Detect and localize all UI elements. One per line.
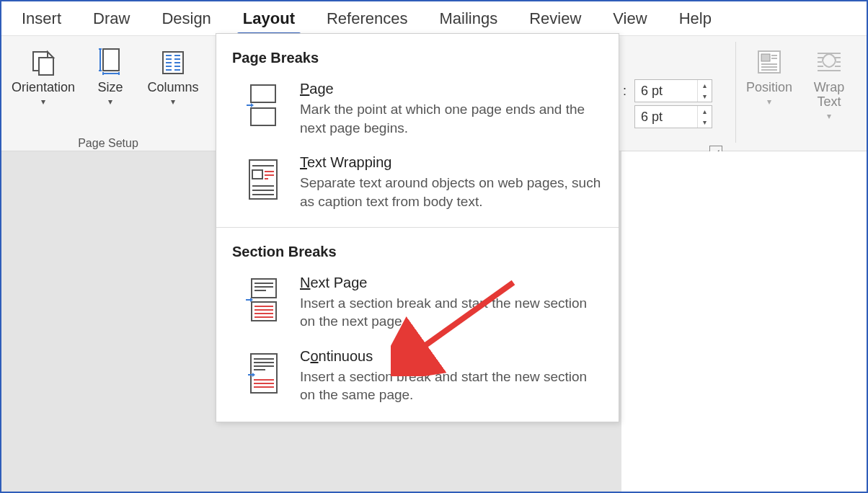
dropdown-section-page-breaks: Page Breaks bbox=[216, 34, 619, 74]
spacing-before-input[interactable] bbox=[635, 80, 697, 102]
chevron-down-icon: ▾ bbox=[827, 111, 831, 121]
page-break-icon bbox=[242, 81, 284, 137]
document-page[interactable] bbox=[621, 151, 867, 492]
wrap-text-label: Wrap Text bbox=[814, 81, 845, 110]
break-option-title: Next Page bbox=[300, 275, 603, 291]
svg-rect-3 bbox=[103, 49, 119, 71]
break-option-title: Continuous bbox=[300, 348, 603, 365]
svg-rect-53 bbox=[252, 302, 276, 321]
chevron-down-icon: ▾ bbox=[108, 97, 112, 107]
break-option-desc: Insert a section break and start the new… bbox=[300, 294, 603, 331]
continuous-break-icon bbox=[242, 348, 284, 404]
break-option-continuous[interactable]: Continuous Insert a section break and st… bbox=[216, 341, 619, 414]
break-option-desc: Separate text around objects on web page… bbox=[300, 174, 603, 210]
position-icon bbox=[752, 45, 787, 79]
spinner-down-icon[interactable]: ▾ bbox=[698, 117, 712, 128]
break-option-title: Text Wrapping bbox=[300, 154, 603, 171]
text-wrapping-break-icon bbox=[242, 154, 284, 210]
spinner-up-icon[interactable]: ▴ bbox=[698, 106, 712, 117]
chevron-down-icon: ▾ bbox=[767, 97, 771, 107]
page-setup-group-label: Page Setup bbox=[1, 137, 215, 150]
break-option-page[interactable]: Page Mark the point at which one page en… bbox=[216, 74, 619, 147]
wrap-text-icon bbox=[812, 45, 846, 79]
tab-references[interactable]: References bbox=[311, 9, 424, 35]
group-arrange: Position ▾ Wrap Text ▾ bbox=[738, 42, 858, 124]
chevron-down-icon: ▾ bbox=[41, 97, 45, 107]
break-option-desc: Mark the point at which one page ends an… bbox=[300, 100, 603, 137]
orientation-button[interactable]: Orientation ▾ bbox=[3, 42, 84, 110]
columns-icon bbox=[156, 45, 190, 79]
ribbon-tabs: Insert Draw Design Layout References Mai… bbox=[1, 1, 867, 36]
break-option-next-page[interactable]: Next Page Insert a section break and sta… bbox=[216, 267, 619, 341]
break-option-text-wrapping[interactable]: Text Wrapping Separate text around objec… bbox=[216, 147, 619, 221]
breaks-dropdown: Page Breaks Page Mark the point at which… bbox=[216, 33, 619, 422]
size-label: Size bbox=[97, 81, 123, 95]
svg-rect-24 bbox=[761, 54, 770, 61]
svg-rect-49 bbox=[252, 279, 276, 298]
tab-view[interactable]: View bbox=[597, 9, 663, 35]
spacing-after-input[interactable] bbox=[635, 106, 697, 128]
tab-insert[interactable]: Insert bbox=[6, 9, 77, 35]
tab-review[interactable]: Review bbox=[513, 9, 597, 35]
spinner-down-icon[interactable]: ▾ bbox=[698, 91, 712, 102]
orientation-label: Orientation bbox=[12, 81, 75, 95]
tab-design[interactable]: Design bbox=[146, 9, 226, 35]
position-label: Position bbox=[746, 81, 792, 95]
orientation-icon bbox=[26, 45, 61, 79]
wrap-text-button[interactable]: Wrap Text ▾ bbox=[800, 42, 858, 124]
tab-help[interactable]: Help bbox=[663, 9, 727, 35]
size-button[interactable]: Size ▾ bbox=[84, 42, 137, 110]
columns-label: Columns bbox=[147, 81, 198, 95]
chevron-down-icon: ▾ bbox=[171, 97, 175, 107]
spacing-before-spinner[interactable]: ▴ ▾ bbox=[634, 79, 712, 102]
svg-rect-2 bbox=[39, 58, 53, 75]
spinner-up-icon[interactable]: ▴ bbox=[698, 80, 712, 91]
svg-marker-1 bbox=[48, 52, 53, 58]
spacing-after-spinner[interactable]: ▴ ▾ bbox=[634, 105, 712, 128]
svg-marker-40 bbox=[251, 103, 254, 107]
group-page-setup: Orientation ▾ Size ▾ bbox=[1, 42, 215, 150]
dropdown-section-section-breaks: Section Breaks bbox=[216, 234, 619, 267]
break-option-title: Page bbox=[300, 81, 603, 97]
svg-rect-39 bbox=[251, 108, 275, 125]
tab-mailings[interactable]: Mailings bbox=[424, 9, 514, 35]
break-option-desc: Insert a section break and start the new… bbox=[300, 368, 603, 404]
spacing-before-suffix: : bbox=[623, 84, 626, 99]
tab-layout[interactable]: Layout bbox=[227, 9, 311, 35]
size-icon bbox=[93, 45, 128, 79]
svg-rect-38 bbox=[251, 85, 275, 102]
columns-button[interactable]: Columns ▾ bbox=[137, 42, 209, 110]
tab-draw[interactable]: Draw bbox=[77, 9, 146, 35]
position-button[interactable]: Position ▾ bbox=[738, 42, 800, 124]
next-page-break-icon bbox=[242, 275, 284, 331]
